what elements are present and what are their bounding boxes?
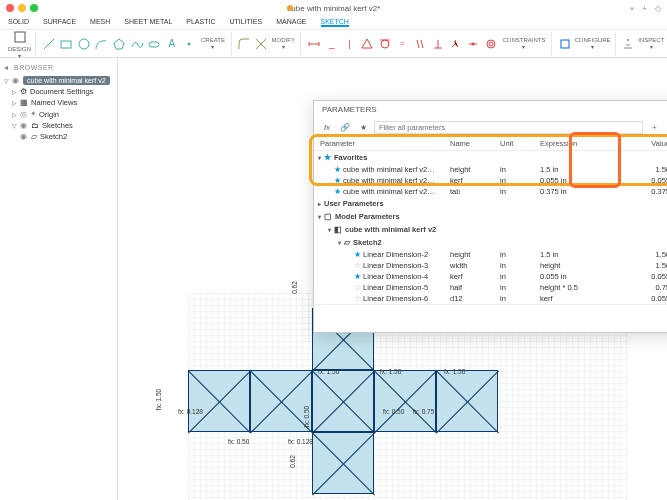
views-icon: ▦	[20, 98, 28, 107]
add-tab-icon[interactable]: +	[642, 4, 647, 13]
maximize-window-icon[interactable]	[30, 4, 38, 12]
design-dropdown[interactable]: DESIGN ▾	[8, 29, 31, 59]
fx-icon[interactable]: fx	[320, 120, 334, 134]
folder-icon: 🗀	[31, 121, 39, 130]
dim-label: fx: 0.75	[413, 408, 434, 415]
col-value: Value	[600, 139, 667, 148]
constraints-label[interactable]: CONSTRAINTS ▾	[501, 37, 548, 50]
gear-icon: ⚙	[20, 87, 27, 96]
svg-rect-1	[61, 41, 71, 48]
table-row[interactable]: ★ Linear Dimension-2heightin1.5 in1.50	[314, 249, 667, 260]
fillet-tool-icon[interactable]	[237, 36, 252, 52]
table-row[interactable]: ★ Linear Dimension-4kerfin0.055 in0.055	[314, 271, 667, 282]
tab-sheetmetal[interactable]: SHEET METAL	[124, 18, 172, 27]
close-window-icon[interactable]	[6, 4, 14, 12]
visibility-icon[interactable]: ◉	[12, 76, 20, 85]
tree-docsettings[interactable]: ▷⚙Document Settings	[2, 86, 115, 97]
tab-plastic[interactable]: PLASTIC	[186, 18, 215, 27]
tree-root[interactable]: ▽ ◉ cube with minimal kerf v2	[2, 75, 115, 86]
add-param-icon[interactable]: +	[647, 120, 661, 134]
create-label[interactable]: CREATE ▾	[199, 37, 227, 50]
svg-point-8	[489, 42, 493, 46]
equal-icon[interactable]: =	[395, 36, 411, 52]
fix-icon[interactable]	[448, 36, 464, 52]
workspace-tabs: SOLID SURFACE MESH SHEET METAL PLASTIC U…	[0, 16, 667, 30]
browser-collapse-icon[interactable]: ◂	[4, 63, 8, 72]
sketch-small-icon: ▱	[344, 238, 350, 247]
inspect-label[interactable]: INSPECT ▾	[638, 37, 666, 50]
slot-tool-icon[interactable]	[146, 36, 162, 52]
perp-icon[interactable]	[430, 36, 446, 52]
svg-point-5	[381, 40, 389, 48]
tree-origin[interactable]: ▷◎⌖Origin	[2, 108, 115, 120]
import-icon[interactable]: ⇥	[663, 120, 667, 134]
close-tab-icon[interactable]: ×	[630, 4, 635, 13]
table-row[interactable]: ★ cube with minimal kerf v2…kerfin0.055 …	[314, 175, 667, 186]
browser-title: BROWSER	[10, 62, 58, 73]
table-row[interactable]: ☆ Linear Dimension-6d12inkerf0.055	[314, 293, 667, 304]
parallel-icon[interactable]	[412, 36, 428, 52]
tree-namedviews[interactable]: ▷▦Named Views	[2, 97, 115, 108]
concentric-icon[interactable]	[483, 36, 499, 52]
document-title: cube with minimal kerf v2*	[287, 4, 380, 13]
svg-rect-3	[149, 42, 159, 47]
filter-input[interactable]	[374, 121, 643, 134]
minimize-window-icon[interactable]	[18, 4, 26, 12]
dialog-title: PARAMETERS	[322, 105, 377, 114]
dim-label: fx: 1.50	[380, 368, 401, 375]
spline-tool-icon[interactable]	[129, 36, 145, 52]
col-expression: Expression	[540, 139, 600, 148]
point-tool-icon[interactable]	[182, 36, 198, 52]
table-row[interactable]: ★ cube with minimal kerf v2…tabin0.375 i…	[314, 186, 667, 197]
root-label: cube with minimal kerf v2	[23, 76, 110, 85]
configure-label[interactable]: CONFIGURE ▾	[574, 37, 611, 50]
tangent-icon[interactable]	[377, 36, 393, 52]
arc-tool-icon[interactable]	[94, 36, 110, 52]
tab-manage[interactable]: MANAGE	[276, 18, 306, 27]
tab-utilities[interactable]: UTILITIES	[229, 18, 262, 27]
coincident-icon[interactable]	[359, 36, 375, 52]
tab-surface[interactable]: SURFACE	[43, 18, 76, 27]
configure-icon[interactable]	[557, 36, 572, 52]
text-tool-icon[interactable]: A	[164, 36, 180, 52]
circle-tool-icon[interactable]	[76, 36, 92, 52]
col-unit: Unit	[500, 139, 540, 148]
origin-icon: ⌖	[31, 109, 36, 119]
cube-small-icon: ▢	[324, 212, 332, 221]
rect-tool-icon[interactable]	[59, 36, 75, 52]
svg-rect-0	[15, 32, 25, 42]
tree-sketches[interactable]: ▽◉🗀Sketches	[2, 120, 115, 131]
table-row[interactable]: ☆ Linear Dimension-5halfinheight * 0.50.…	[314, 282, 667, 293]
table-row[interactable]: ★ cube with minimal kerf v2…heightin1.5 …	[314, 164, 667, 175]
section-favorites[interactable]: ▾★Favorites	[314, 151, 667, 164]
section-doc[interactable]: ▾◧cube with minimal kerf v2	[314, 223, 667, 236]
link-icon[interactable]: 🔗	[338, 120, 352, 134]
inspect-icon[interactable]	[621, 36, 635, 52]
polygon-tool-icon[interactable]	[111, 36, 127, 52]
expand-icon[interactable]: ▽	[4, 77, 9, 84]
parameter-table: Parameter Name Unit Expression Value Com…	[314, 137, 667, 304]
section-sketch[interactable]: ▾▱Sketch2	[314, 236, 667, 249]
tree-sketch2[interactable]: ◉▱Sketch2	[2, 131, 115, 142]
tab-sketch[interactable]: SKETCH	[321, 18, 349, 27]
table-row[interactable]: ☆ Linear Dimension-3widthinheight1.50	[314, 260, 667, 271]
tab-solid[interactable]: SOLID	[8, 18, 29, 27]
vert-constraint-icon[interactable]: |	[342, 36, 358, 52]
midpoint-icon[interactable]	[465, 36, 481, 52]
horiz-constraint-icon[interactable]: ⎯	[324, 36, 340, 52]
document-tab[interactable]: cube with minimal kerf v2*	[287, 4, 380, 13]
section-user[interactable]: ▸User Parameters	[314, 197, 667, 210]
section-model[interactable]: ▾▢Model Parameters	[314, 210, 667, 223]
trim-tool-icon[interactable]	[254, 36, 269, 52]
browser-panel: ◂ BROWSER ▽ ◉ cube with minimal kerf v2 …	[0, 58, 118, 500]
modify-label[interactable]: MODIFY ▾	[270, 37, 296, 50]
dim-label: 0.62	[289, 455, 296, 468]
canvas[interactable]: 25 0.62 fx: 1.50 fx: 1.50 fx: 0.128 fx: …	[118, 58, 667, 500]
notifications-icon[interactable]: ◇	[655, 4, 661, 13]
window-traffic-lights	[6, 4, 38, 12]
line-tool-icon[interactable]	[41, 36, 57, 52]
star-filter-icon[interactable]: ★	[356, 120, 370, 134]
svg-point-4	[188, 42, 191, 45]
hdim-icon[interactable]	[306, 36, 322, 52]
tab-mesh[interactable]: MESH	[90, 18, 110, 27]
